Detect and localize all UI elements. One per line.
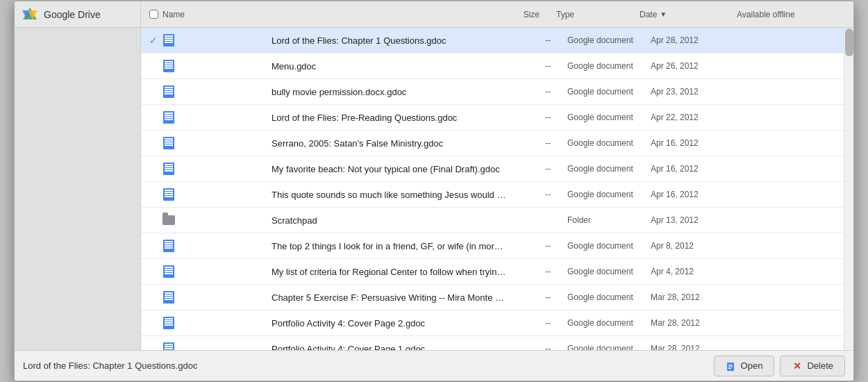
col-offline-header: Available offline (731, 10, 842, 19)
sort-arrow-icon: ▼ (660, 10, 667, 18)
check-placeholder (149, 139, 158, 148)
header-bar: Google Drive Name Size Type Date ▼ Avail… (15, 1, 853, 28)
col-date-label: Date (640, 10, 657, 19)
row-check-cell (141, 85, 267, 98)
file-date: Apr 4, 2012 (645, 267, 742, 276)
checkmark-icon: ✓ (149, 35, 158, 46)
file-name: Scratchpad (267, 215, 506, 226)
file-size: -- (506, 241, 562, 251)
table-row[interactable]: Portfolio Activity 4: Cover Page 1.gdoc-… (141, 336, 853, 350)
file-date: Apr 8, 2012 (645, 241, 742, 251)
file-list[interactable]: ✓Lord of the Flies: Chapter 1 Questions.… (141, 28, 853, 350)
row-check-cell (141, 137, 267, 149)
file-date: Mar 28, 2012 (645, 292, 742, 302)
file-size: -- (506, 61, 562, 71)
file-type: Google document (562, 241, 645, 251)
file-date: Mar 28, 2012 (645, 318, 742, 328)
folder-icon (162, 214, 175, 226)
table-row[interactable]: ScratchpadFolderApr 13, 2012 (141, 208, 853, 233)
footer-bar: Lord of the Flies: Chapter 1 Questions.g… (15, 350, 853, 381)
open-button[interactable]: Open (714, 356, 775, 376)
file-name: The top 2 things I look for in a friend,… (267, 241, 506, 251)
file-size: -- (506, 164, 562, 174)
file-name: Lord of the Flies: Chapter 1 Questions.g… (267, 35, 506, 46)
table-row[interactable]: Chapter 5 Exercise F: Persuasive Writing… (141, 285, 853, 310)
file-name: Serrano, 2005: Satan's False Ministry.gd… (267, 138, 506, 149)
file-name: My list of criteria for Regional Center … (267, 267, 506, 277)
check-placeholder (149, 190, 158, 199)
file-date: Mar 28, 2012 (645, 344, 742, 350)
file-type: Google document (562, 267, 645, 276)
col-name-header: Name (141, 10, 495, 19)
row-check-cell (141, 317, 267, 329)
file-size: -- (506, 113, 562, 122)
svg-rect-5 (728, 366, 733, 367)
table-row[interactable]: Menu.gdoc--Google documentApr 26, 2012 (141, 53, 853, 79)
table-row[interactable]: ✓Lord of the Flies: Chapter 1 Questions.… (141, 28, 853, 53)
gdoc-icon (162, 111, 175, 124)
file-size: -- (506, 190, 562, 199)
file-date: Apr 23, 2012 (645, 87, 742, 97)
table-row[interactable]: This quote sounds so much like something… (141, 182, 853, 208)
gdoc-icon (162, 342, 175, 350)
file-date: Apr 16, 2012 (645, 190, 742, 199)
row-check-cell (141, 163, 267, 175)
col-offline-label: Available offline (737, 10, 795, 19)
row-check-cell (141, 240, 267, 252)
scrollbar-thumb[interactable] (845, 28, 853, 56)
file-size: -- (506, 138, 562, 148)
check-placeholder (149, 267, 158, 276)
check-placeholder (149, 216, 158, 225)
file-type: Folder (562, 215, 645, 225)
svg-rect-6 (728, 368, 731, 369)
file-type: Google document (562, 344, 645, 350)
col-size-header: Size (495, 10, 551, 19)
col-type-label: Type (556, 10, 574, 19)
svg-rect-4 (728, 365, 733, 365)
check-placeholder (149, 88, 158, 97)
table-row[interactable]: Lord of the Flies: Pre-Reading Questions… (141, 105, 853, 131)
drive-icon (22, 6, 38, 23)
delete-button[interactable]: ✕ Delete (780, 356, 845, 376)
file-size: -- (506, 344, 562, 350)
file-name: Portfolio Activity 4: Cover Page 2.gdoc (267, 318, 506, 329)
open-label: Open (741, 360, 763, 371)
file-type: Google document (562, 138, 645, 148)
file-name: bully movie permission.docx.gdoc (267, 87, 506, 97)
row-check-cell (141, 188, 267, 201)
table-row[interactable]: My favorite beach: Not your typical one … (141, 156, 853, 182)
col-size-label: Size (524, 10, 540, 19)
table-row[interactable]: Serrano, 2005: Satan's False Ministry.gd… (141, 131, 853, 156)
check-placeholder (149, 242, 158, 251)
col-date-header[interactable]: Date ▼ (634, 10, 731, 19)
file-size: -- (506, 318, 562, 328)
sidebar-header: Google Drive (15, 1, 141, 27)
file-size: -- (506, 292, 562, 302)
file-name: Menu.gdoc (267, 61, 506, 72)
file-name: Chapter 5 Exercise F: Persuasive Writing… (267, 292, 506, 303)
gdoc-icon (162, 137, 175, 149)
gdoc-icon (162, 60, 175, 72)
col-name-label: Name (162, 10, 185, 19)
table-row[interactable]: bully movie permission.docx.gdoc--Google… (141, 79, 853, 105)
table-row[interactable]: Portfolio Activity 4: Cover Page 2.gdoc-… (141, 310, 853, 336)
scrollbar-track[interactable] (844, 28, 853, 350)
file-type: Google document (562, 318, 645, 328)
gdoc-icon (162, 317, 175, 329)
main-window: Google Drive Name Size Type Date ▼ Avail… (14, 1, 854, 381)
row-check-cell (141, 265, 267, 278)
check-placeholder (149, 113, 158, 122)
file-date: Apr 16, 2012 (645, 138, 742, 148)
file-list-container: ✓Lord of the Flies: Chapter 1 Questions.… (141, 28, 853, 350)
file-size: -- (506, 87, 562, 97)
row-check-cell (141, 60, 267, 72)
table-row[interactable]: The top 2 things I look for in a friend,… (141, 233, 853, 259)
gdoc-icon (162, 265, 175, 278)
body-area: ✓Lord of the Flies: Chapter 1 Questions.… (15, 28, 853, 350)
table-row[interactable]: My list of criteria for Regional Center … (141, 259, 853, 285)
select-all-checkbox[interactable] (149, 10, 158, 19)
gdoc-icon (162, 163, 175, 175)
delete-label: Delete (807, 360, 833, 371)
file-name: This quote sounds so much like something… (267, 190, 506, 200)
file-size: -- (506, 35, 562, 45)
